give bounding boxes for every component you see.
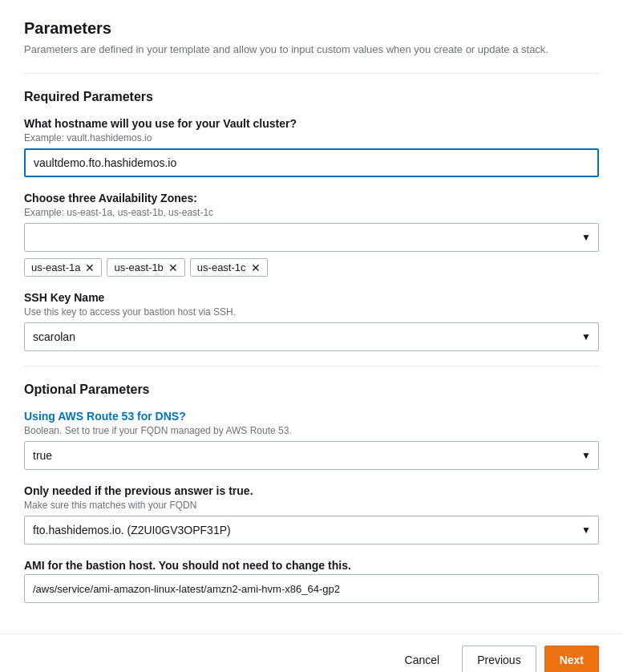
tag-label-us-east-1a: us-east-1a	[31, 261, 80, 273]
optional-section: Optional Parameters Using AWS Route 53 f…	[24, 383, 599, 603]
ami-field-group: AMI for the bastion host. You should not…	[24, 559, 599, 603]
az-label: Choose three Availability Zones:	[24, 192, 599, 204]
tag-us-east-1b: us-east-1b ✕	[107, 258, 184, 277]
tag-label-us-east-1c: us-east-1c	[197, 261, 246, 273]
hostname-hint: Example: vault.hashidemos.io	[24, 132, 599, 144]
tag-remove-us-east-1c[interactable]: ✕	[251, 262, 261, 273]
ami-label: AMI for the bastion host. You should not…	[24, 559, 599, 572]
ssh-select-wrapper: scarolan ▼	[24, 322, 599, 351]
tag-label-us-east-1b: us-east-1b	[114, 261, 163, 273]
hostname-field-group: What hostname will you use for your Vaul…	[24, 117, 599, 177]
fqdn-field-group: Only needed if the previous answer is tr…	[24, 484, 599, 544]
route53-hint: Boolean. Set to true if your FQDN manage…	[24, 425, 599, 436]
footer-bar: Cancel Previous Next	[0, 634, 623, 672]
ssh-label: SSH Key Name	[24, 291, 599, 304]
az-tags-container: us-east-1a ✕ us-east-1b ✕ us-east-1c ✕	[24, 258, 599, 277]
hostname-label: What hostname will you use for your Vaul…	[24, 117, 599, 130]
az-select-wrapper: ▼	[24, 223, 599, 252]
az-field-group: Choose three Availability Zones: Example…	[24, 192, 599, 277]
previous-button[interactable]: Previous	[462, 646, 536, 672]
fqdn-label: Only needed if the previous answer is tr…	[24, 484, 599, 497]
route53-select[interactable]: true false	[24, 441, 599, 470]
tag-remove-us-east-1a[interactable]: ✕	[85, 262, 95, 273]
tag-us-east-1c: us-east-1c ✕	[190, 258, 268, 277]
page-subtitle: Parameters are defined in your template …	[24, 43, 599, 57]
required-section-title: Required Parameters	[24, 90, 599, 104]
az-select[interactable]	[24, 223, 599, 252]
hostname-input[interactable]	[24, 148, 599, 177]
fqdn-hint: Make sure this matches with your FQDN	[24, 500, 599, 511]
ssh-select[interactable]: scarolan	[24, 322, 599, 351]
route53-label: Using AWS Route 53 for DNS?	[24, 410, 599, 423]
optional-section-title: Optional Parameters	[24, 383, 599, 397]
tag-remove-us-east-1b[interactable]: ✕	[168, 262, 178, 273]
route53-field-group: Using AWS Route 53 for DNS? Boolean. Set…	[24, 410, 599, 470]
fqdn-select-wrapper: fto.hashidemos.io. (Z2UI0GV3OPF31P) ▼	[24, 516, 599, 544]
fqdn-select[interactable]: fto.hashidemos.io. (Z2UI0GV3OPF31P)	[24, 516, 599, 544]
section-divider	[24, 73, 599, 74]
next-button[interactable]: Next	[544, 646, 599, 672]
tag-us-east-1a: us-east-1a ✕	[24, 258, 102, 277]
ssh-hint: Use this key to access your bastion host…	[24, 306, 599, 318]
ami-input[interactable]	[24, 574, 599, 603]
optional-divider	[24, 366, 599, 366]
cancel-button[interactable]: Cancel	[390, 646, 455, 672]
ssh-field-group: SSH Key Name Use this key to access your…	[24, 291, 599, 351]
route53-select-wrapper: true false ▼	[24, 441, 599, 470]
az-hint: Example: us-east-1a, us-east-1b, us-east…	[24, 207, 599, 218]
page-title: Parameters	[24, 19, 599, 38]
